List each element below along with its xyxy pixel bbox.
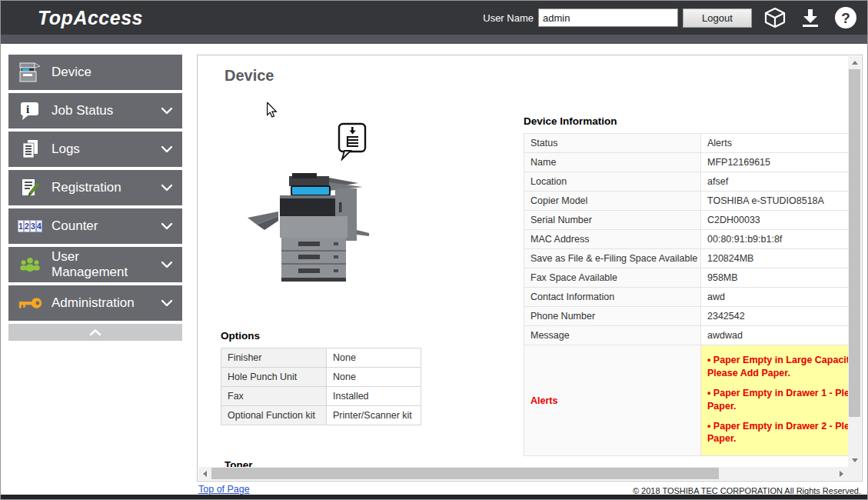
alerts-row: Alerts • Paper Empty in Large Capacity F…: [524, 345, 849, 456]
registration-icon: [8, 177, 52, 198]
info-label: Name: [524, 153, 701, 172]
device-information-section: Device Information Status Alerts Name MF…: [524, 115, 848, 456]
table-row: Contact Information awd: [524, 288, 849, 307]
table-row: Location afsef: [524, 172, 849, 192]
table-row: Optional Function kit Printer/Scanner ki…: [221, 406, 421, 425]
info-label: Phone Number: [524, 307, 701, 326]
triangle-down-icon: [852, 458, 858, 462]
scroll-left-button[interactable]: [198, 467, 211, 480]
table-row: Hole Punch Unit None: [221, 368, 421, 387]
horizontal-scroll-thumb[interactable]: [211, 468, 719, 479]
header-controls: User Name Logout ?: [483, 5, 858, 30]
info-value: 00:80:91:b9:b1:8f: [701, 230, 849, 249]
sidebar-item-logs[interactable]: Logs: [8, 132, 182, 167]
sidebar-item-administration[interactable]: Administration: [8, 285, 182, 321]
e-filing-cube-icon[interactable]: [763, 5, 787, 30]
sidebar-item-job-status[interactable]: i Job Status: [8, 93, 182, 128]
job-status-icon: i: [8, 100, 52, 122]
table-row: Message awdwad: [524, 326, 849, 345]
table-row: Status Alerts: [524, 134, 849, 153]
sidebar-item-label: Device: [52, 65, 118, 80]
chevron-down-icon: [161, 104, 173, 118]
info-label: Serial Number: [524, 211, 701, 230]
scroll-up-button[interactable]: [848, 56, 861, 69]
svg-text:3: 3: [31, 222, 35, 231]
table-row: Fax Installed: [221, 387, 421, 406]
option-label: Hole Punch Unit: [221, 368, 327, 387]
info-label: Contact Information: [524, 288, 701, 307]
counter-icon: 1 2 3 4: [8, 219, 52, 233]
info-value: afsef: [701, 172, 849, 192]
top-of-page-link[interactable]: Top of Page: [198, 484, 250, 495]
svg-text:i: i: [26, 103, 29, 115]
alert-message: • Paper Empty in Large Capacity Feeder -…: [707, 354, 848, 380]
options-table: Finisher None Hole Punch Unit None Fax I…: [221, 348, 421, 425]
table-row: Serial Number C2DH00033: [524, 211, 849, 230]
sidebar-item-device[interactable]: Device: [8, 55, 182, 90]
info-value: 120824MB: [701, 249, 849, 268]
user-management-icon: [8, 255, 52, 274]
alert-message: • Paper Empty in Drawer 1 - Please Add P…: [707, 387, 848, 413]
info-value: awdwad: [701, 326, 849, 345]
device-information-title: Device Information: [524, 115, 848, 127]
sidebar-item-registration[interactable]: Registration: [8, 170, 182, 205]
option-label: Optional Function kit: [221, 406, 327, 425]
info-label: Fax Space Available: [524, 268, 701, 288]
device-alert-bubble-icon: [338, 122, 368, 164]
info-value: TOSHIBA e-STUDIO8518A: [701, 192, 849, 211]
info-value: awd: [701, 288, 849, 307]
info-label: Save as File & e-Filing Space Available: [524, 249, 701, 268]
horizontal-scrollbar[interactable]: [198, 467, 848, 480]
triangle-right-icon: [840, 471, 843, 477]
install-software-download-icon[interactable]: [798, 5, 823, 30]
triangle-left-icon: [203, 471, 207, 477]
option-label: Fax: [221, 387, 327, 406]
option-value: None: [327, 368, 421, 387]
user-name-label: User Name: [483, 12, 534, 24]
logout-button[interactable]: Logout: [683, 8, 752, 28]
topaccess-window: TopAccess User Name Logout: [0, 0, 868, 500]
device-page: Device: [198, 56, 848, 467]
sidebar-nav: Device i Job Status: [8, 55, 182, 341]
info-label: Location: [524, 172, 701, 192]
sidebar-item-label: Registration: [52, 180, 148, 195]
sidebar-item-user-management[interactable]: User Management: [8, 247, 182, 282]
table-row: Phone Number 2342542: [524, 307, 849, 326]
administration-key-icon: [8, 295, 52, 311]
option-value: Printer/Scanner kit: [327, 406, 421, 425]
info-value: Alerts: [701, 134, 849, 153]
alerts-label: Alerts: [524, 345, 701, 456]
table-row: Fax Space Available 958MB: [524, 268, 849, 288]
sidebar-item-counter[interactable]: 1 2 3 4 Counter: [8, 208, 182, 244]
alerts-list: • Paper Empty in Large Capacity Feeder -…: [701, 345, 849, 456]
vertical-scrollbar[interactable]: [848, 56, 861, 467]
chevron-down-icon: [161, 181, 173, 195]
device-printer-icon: [8, 61, 52, 84]
options-title: Options: [221, 330, 421, 342]
chevron-down-icon: [161, 258, 173, 272]
sidebar-item-label: Logs: [52, 142, 106, 157]
info-value: 2342542: [701, 307, 849, 326]
sidebar-item-label: Counter: [52, 218, 124, 234]
svg-text:1: 1: [18, 222, 23, 231]
user-name-input[interactable]: [538, 8, 678, 27]
info-value: C2DH00033: [701, 211, 849, 230]
info-label: Copier Model: [524, 192, 701, 211]
info-label: Message: [524, 326, 701, 345]
info-label: Status: [524, 134, 701, 153]
mouse-cursor: [266, 102, 278, 121]
sidebar-collapse-button[interactable]: [8, 324, 182, 341]
app-logo: TopAccess: [38, 7, 143, 29]
help-icon[interactable]: ?: [833, 5, 858, 30]
table-row: Save as File & e-Filing Space Available …: [524, 249, 849, 268]
scroll-down-button[interactable]: [848, 454, 861, 467]
chevron-up-icon: [89, 325, 101, 339]
option-label: Finisher: [221, 348, 327, 368]
sidebar-item-label: Administration: [52, 295, 161, 311]
table-row: Finisher None: [221, 348, 421, 368]
scroll-right-button[interactable]: [835, 467, 848, 480]
vertical-scroll-thumb[interactable]: [849, 69, 860, 417]
header-sub-strip: [1, 35, 867, 44]
alert-message: • Paper Empty in Drawer 2 - Please Add P…: [707, 420, 848, 446]
table-row: Name MFP12169615: [524, 153, 849, 172]
